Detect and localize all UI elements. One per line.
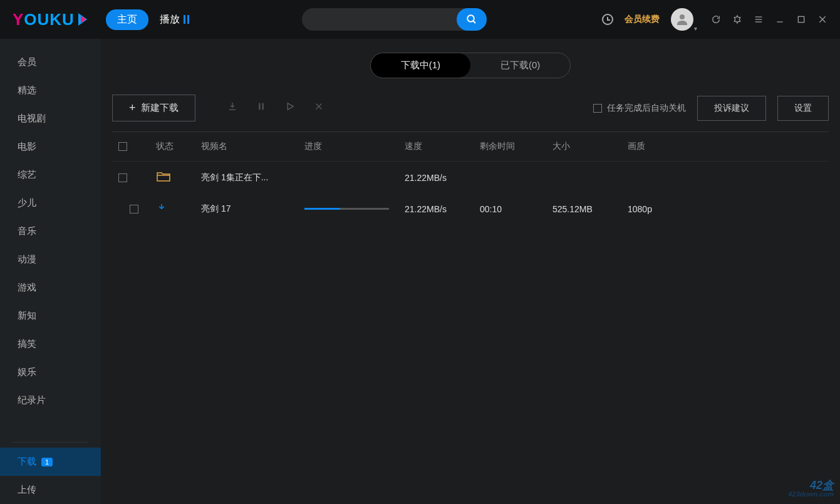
svg-rect-10 bbox=[259, 103, 260, 110]
downloading-icon bbox=[156, 202, 201, 215]
sidebar-item-games[interactable]: 游戏 bbox=[0, 274, 101, 302]
close-icon[interactable] bbox=[817, 14, 827, 24]
svg-line-1 bbox=[473, 21, 475, 23]
select-all-checkbox[interactable] bbox=[118, 142, 127, 151]
auto-shutdown-option[interactable]: 任务完成后自动关机 bbox=[593, 103, 686, 114]
svg-point-0 bbox=[467, 15, 474, 22]
download-table-header: 状态 视频名 进度 速度 剩余时间 大小 画质 bbox=[112, 132, 829, 162]
sidebar-item-variety[interactable]: 综艺 bbox=[0, 161, 101, 189]
watermark: 42盒 423down.com bbox=[788, 480, 834, 498]
progress-bar bbox=[304, 208, 389, 210]
watermark-line2: 423down.com bbox=[788, 491, 834, 498]
col-name-header: 视频名 bbox=[201, 141, 304, 152]
sidebar-item-upload[interactable]: 上传 bbox=[0, 476, 101, 504]
history-icon[interactable] bbox=[602, 14, 613, 25]
group-name: 亮剑 1集正在下... bbox=[201, 172, 304, 183]
sidebar-divider bbox=[13, 442, 88, 443]
item-name: 亮剑 17 bbox=[201, 203, 304, 215]
sidebar: 会员 精选 电视剧 电影 综艺 少儿 音乐 动漫 游戏 新知 搞笑 娱乐 纪录片… bbox=[0, 39, 101, 504]
auto-shutdown-checkbox[interactable] bbox=[593, 104, 602, 113]
logo-y: Y bbox=[13, 10, 24, 29]
user-avatar[interactable]: ▾ bbox=[671, 8, 693, 31]
item-remain: 00:10 bbox=[480, 204, 552, 214]
download-item-row[interactable]: 亮剑 17 21.22MB/s 00:10 525.12MB 1080p bbox=[112, 193, 829, 224]
col-remain-header: 剩余时间 bbox=[480, 141, 552, 152]
sidebar-item-kids[interactable]: 少儿 bbox=[0, 189, 101, 217]
sidebar-item-knowledge[interactable]: 新知 bbox=[0, 302, 101, 330]
minimize-icon[interactable] bbox=[775, 14, 785, 24]
col-status-header: 状态 bbox=[156, 141, 201, 152]
folder-icon bbox=[156, 170, 201, 185]
row-checkbox[interactable] bbox=[130, 205, 138, 213]
row-checkbox[interactable] bbox=[118, 173, 127, 182]
new-download-button[interactable]: + 新建下载 bbox=[112, 95, 195, 121]
sidebar-item-anime[interactable]: 动漫 bbox=[0, 245, 101, 274]
vip-renew-link[interactable]: 会员续费 bbox=[625, 14, 660, 25]
app-header: YOUKU 主页 播放 会员续费 ▾ bbox=[0, 0, 840, 39]
theme-icon[interactable] bbox=[732, 14, 742, 24]
feedback-button[interactable]: 投诉建议 bbox=[697, 96, 766, 121]
svg-rect-11 bbox=[262, 103, 263, 110]
sidebar-item-movies[interactable]: 电影 bbox=[0, 133, 101, 161]
progress-fill bbox=[304, 208, 340, 210]
item-speed: 21.22MB/s bbox=[405, 204, 480, 214]
plus-icon: + bbox=[129, 101, 136, 115]
col-quality-header: 画质 bbox=[628, 141, 690, 152]
download-count-badge: 1 bbox=[41, 458, 53, 466]
svg-point-2 bbox=[680, 14, 685, 19]
item-size: 525.12MB bbox=[552, 204, 628, 214]
logo-arrow-icon bbox=[78, 13, 87, 26]
auto-shutdown-label: 任务完成后自动关机 bbox=[607, 103, 686, 114]
tab-downloading[interactable]: 下载中(1) bbox=[371, 53, 470, 78]
col-speed-header: 速度 bbox=[405, 141, 480, 152]
youku-logo: YOUKU bbox=[13, 10, 87, 29]
nav-play-tab[interactable]: 播放 bbox=[160, 13, 189, 26]
search-box[interactable] bbox=[302, 8, 487, 31]
sidebar-item-funny[interactable]: 搞笑 bbox=[0, 330, 101, 358]
sidebar-item-entertainment[interactable]: 娱乐 bbox=[0, 358, 101, 386]
sidebar-item-tvseries[interactable]: 电视剧 bbox=[0, 105, 101, 133]
download-subtabs: 下载中(1) 已下载(0) bbox=[112, 53, 829, 78]
main-content: 下载中(1) 已下载(0) + 新建下载 任务完成后自动关机 投诉建议 设置 bbox=[101, 39, 840, 504]
col-progress-header: 进度 bbox=[304, 141, 405, 152]
delete-icon[interactable] bbox=[313, 101, 324, 115]
settings-button[interactable]: 设置 bbox=[777, 96, 829, 121]
start-all-icon[interactable] bbox=[227, 101, 238, 115]
svg-marker-12 bbox=[288, 103, 293, 110]
col-size-header: 大小 bbox=[552, 141, 628, 152]
item-quality: 1080p bbox=[628, 204, 690, 214]
svg-rect-7 bbox=[798, 16, 804, 22]
download-group-row[interactable]: 亮剑 1集正在下... 21.22MB/s bbox=[112, 162, 829, 193]
refresh-icon[interactable] bbox=[711, 14, 721, 24]
sidebar-item-featured[interactable]: 精选 bbox=[0, 76, 101, 105]
logo-ouku: OUKU bbox=[24, 10, 75, 29]
watermark-line1: 42盒 bbox=[788, 480, 834, 491]
pause-icon bbox=[184, 15, 189, 24]
nav-play-label: 播放 bbox=[160, 13, 180, 26]
maximize-icon[interactable] bbox=[796, 14, 806, 24]
download-toolbar: + 新建下载 任务完成后自动关机 投诉建议 设置 bbox=[112, 90, 829, 132]
chevron-down-icon: ▾ bbox=[694, 25, 697, 32]
tab-downloaded[interactable]: 已下载(0) bbox=[470, 53, 570, 78]
sidebar-item-vip[interactable]: 会员 bbox=[0, 48, 101, 76]
sidebar-item-documentary[interactable]: 纪录片 bbox=[0, 386, 101, 414]
new-download-label: 新建下载 bbox=[141, 102, 179, 114]
menu-icon[interactable] bbox=[754, 14, 764, 24]
header-right-group: 会员续费 ▾ bbox=[602, 8, 827, 31]
sidebar-item-music[interactable]: 音乐 bbox=[0, 217, 101, 245]
resume-icon[interactable] bbox=[284, 101, 296, 115]
nav-home-tab[interactable]: 主页 bbox=[106, 9, 148, 30]
group-speed: 21.22MB/s bbox=[405, 173, 480, 183]
pause-all-icon[interactable] bbox=[256, 101, 267, 115]
search-button[interactable] bbox=[457, 8, 487, 31]
sidebar-download-label: 下载 bbox=[18, 456, 36, 468]
sidebar-item-download[interactable]: 下载 1 bbox=[0, 448, 101, 476]
